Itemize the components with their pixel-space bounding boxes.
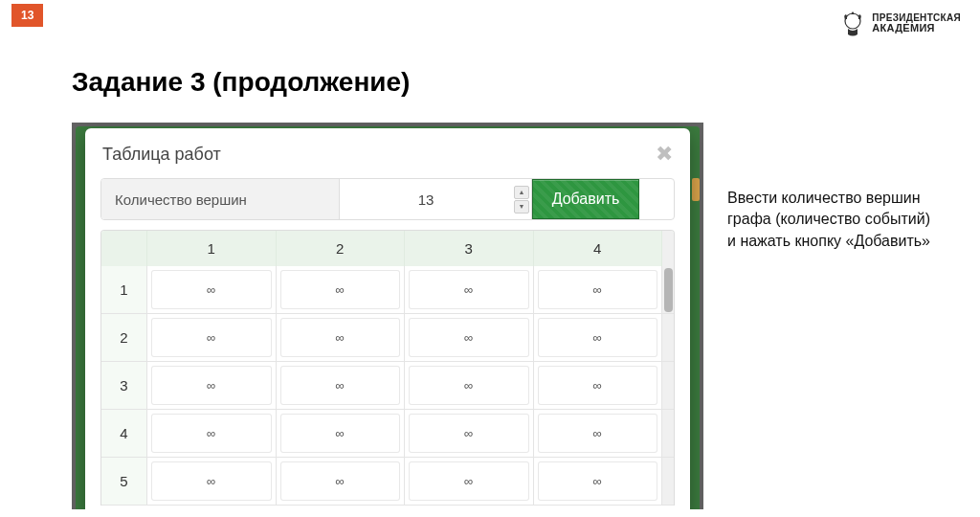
- background-accent: [692, 178, 700, 201]
- scrollbar-thumb[interactable]: [664, 268, 673, 312]
- vertex-count-input[interactable]: [340, 179, 531, 219]
- academy-logo: ПРЕЗИДЕНТСКАЯ АКАДЕМИЯ: [839, 10, 961, 38]
- row-header: 4: [101, 410, 147, 458]
- col-header: 1: [147, 231, 277, 266]
- scrollbar-track-header: [662, 231, 674, 266]
- grid-header-row: 1 2 3 4: [101, 231, 674, 266]
- scrollbar-track[interactable]: [662, 362, 674, 410]
- academy-logo-text: ПРЕЗИДЕНТСКАЯ АКАДЕМИЯ: [872, 13, 961, 34]
- works-table-modal: Таблица работ ✖ Количество вершин ▲ ▼ До…: [85, 128, 690, 509]
- vertex-count-input-wrap: ▲ ▼: [340, 179, 532, 219]
- grid-cell[interactable]: ∞: [534, 410, 663, 458]
- table-row: 2 ∞ ∞ ∞ ∞: [101, 314, 674, 362]
- col-header: 4: [534, 231, 663, 266]
- grid-cell[interactable]: ∞: [147, 410, 277, 458]
- toolbar-spacer: [639, 179, 674, 219]
- page-title: Задание 3 (продолжение): [72, 67, 410, 98]
- table-row: 4 ∞ ∞ ∞ ∞: [101, 410, 674, 458]
- grid-cell[interactable]: ∞: [277, 362, 406, 410]
- grid-cell[interactable]: ∞: [405, 458, 534, 506]
- grid-cell[interactable]: ∞: [534, 266, 663, 314]
- grid-cell[interactable]: ∞: [277, 458, 406, 506]
- grid-cell[interactable]: ∞: [405, 362, 534, 410]
- grid-cell[interactable]: ∞: [147, 266, 277, 314]
- grid-cell[interactable]: ∞: [534, 362, 663, 410]
- adjacency-grid: 1 2 3 4 1 ∞ ∞ ∞ ∞ 2 ∞ ∞: [100, 230, 675, 506]
- svg-point-0: [845, 13, 860, 29]
- coat-of-arms-icon: [839, 10, 866, 38]
- grid-cell[interactable]: ∞: [277, 314, 406, 362]
- instruction-text: Ввести количество вершин графа (количест…: [727, 188, 943, 252]
- scrollbar-track[interactable]: [662, 410, 674, 458]
- vertex-count-label: Количество вершин: [101, 179, 340, 219]
- grid-cell[interactable]: ∞: [534, 458, 663, 506]
- modal-title: Таблица работ: [102, 145, 221, 165]
- vertex-count-stepper[interactable]: ▲ ▼: [514, 181, 529, 217]
- row-header: 2: [101, 314, 147, 362]
- table-row: 1 ∞ ∞ ∞ ∞: [101, 266, 674, 314]
- row-header: 3: [101, 362, 147, 410]
- table-row: 3 ∞ ∞ ∞ ∞: [101, 362, 674, 410]
- table-row: 5 ∞ ∞ ∞ ∞: [101, 458, 674, 506]
- grid-cell[interactable]: ∞: [147, 314, 277, 362]
- grid-body: 1 ∞ ∞ ∞ ∞ 2 ∞ ∞ ∞ ∞ 3 ∞: [101, 266, 674, 506]
- grid-cell[interactable]: ∞: [405, 410, 534, 458]
- slide-number-badge: 13: [11, 4, 43, 27]
- grid-cell[interactable]: ∞: [534, 314, 663, 362]
- chevron-up-icon[interactable]: ▲: [514, 186, 529, 199]
- grid-cell[interactable]: ∞: [277, 266, 406, 314]
- grid-cell[interactable]: ∞: [277, 410, 406, 458]
- add-button[interactable]: Добавить: [532, 179, 639, 219]
- row-header: 5: [101, 458, 147, 506]
- scrollbar-track[interactable]: [662, 314, 674, 362]
- grid-corner: [101, 231, 147, 266]
- vertex-toolbar: Количество вершин ▲ ▼ Добавить: [100, 178, 675, 220]
- grid-cell[interactable]: ∞: [405, 314, 534, 362]
- chevron-down-icon[interactable]: ▼: [514, 200, 529, 214]
- scrollbar-track[interactable]: [662, 458, 674, 506]
- close-icon[interactable]: ✖: [656, 144, 673, 165]
- logo-line-2: АКАДЕМИЯ: [872, 23, 961, 34]
- col-header: 2: [277, 231, 406, 266]
- row-header: 1: [101, 266, 147, 314]
- embedded-screenshot: Таблица работ ✖ Количество вершин ▲ ▼ До…: [72, 123, 703, 509]
- col-header: 3: [405, 231, 534, 266]
- grid-cell[interactable]: ∞: [147, 458, 277, 506]
- grid-cell[interactable]: ∞: [147, 362, 277, 410]
- grid-cell[interactable]: ∞: [405, 266, 534, 314]
